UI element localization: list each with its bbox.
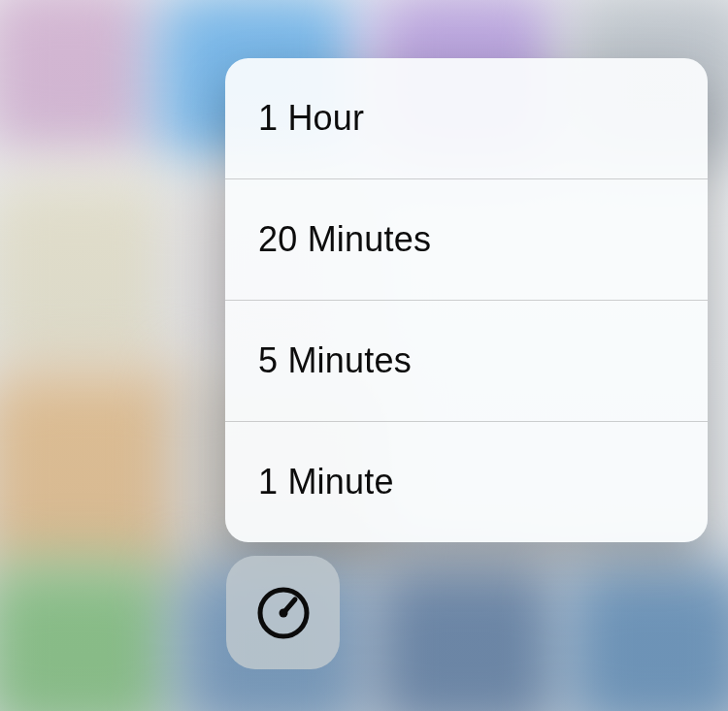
menu-item-1-minute[interactable]: 1 Minute [225,421,708,542]
svg-point-1 [279,608,287,617]
menu-item-label: 1 Minute [258,462,394,502]
timer-quick-actions-menu: 1 Hour 20 Minutes 5 Minutes 1 Minute [225,58,708,542]
menu-item-5-minutes[interactable]: 5 Minutes [225,300,708,421]
menu-item-1-hour[interactable]: 1 Hour [225,58,708,178]
menu-item-label: 20 Minutes [258,219,431,260]
menu-item-label: 1 Hour [258,98,364,139]
menu-item-20-minutes[interactable]: 20 Minutes [225,178,708,300]
menu-item-label: 5 Minutes [258,340,412,381]
timer-button[interactable] [226,556,340,669]
timer-icon [256,586,311,640]
